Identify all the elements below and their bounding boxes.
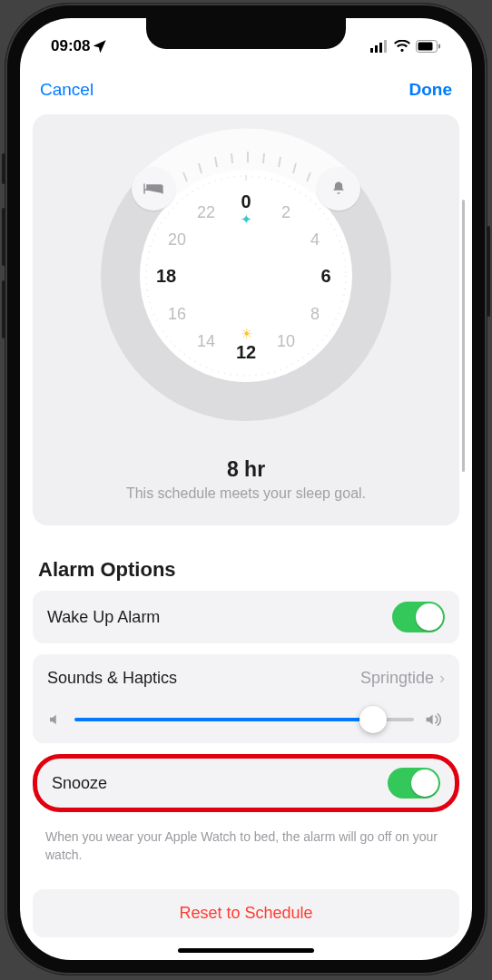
wake-handle[interactable] — [317, 167, 360, 211]
reset-label: Reset to Schedule — [179, 904, 312, 922]
hour-10: 10 — [277, 332, 295, 351]
reset-button[interactable]: Reset to Schedule — [33, 889, 459, 937]
sounds-group: Sounds & Haptics Springtide › — [33, 654, 459, 743]
home-indicator[interactable] — [178, 948, 314, 953]
screen: 09:08 — [20, 18, 472, 960]
status-left: 09:08 — [51, 37, 106, 55]
battery-icon — [416, 40, 441, 53]
wake-up-toggle[interactable] — [392, 602, 445, 632]
volume-down-button — [2, 280, 5, 338]
status-right — [370, 40, 441, 53]
wake-up-group: Wake Up Alarm — [33, 591, 459, 643]
sun-icon: ☀︎ — [241, 326, 252, 342]
hour-12: 12 — [236, 342, 256, 363]
alarm-options-header: Alarm Options — [38, 558, 454, 582]
stars-icon: ✦ — [241, 211, 252, 228]
svg-rect-1 — [375, 45, 378, 53]
sounds-value: Springtide — [360, 669, 434, 688]
volume-high-icon — [425, 710, 445, 729]
ringer-switch — [2, 153, 5, 184]
phone-frame: 09:08 — [5, 4, 487, 975]
snooze-row: Snooze — [37, 759, 455, 808]
hour-6: 6 — [320, 266, 330, 287]
scroll-indicator[interactable] — [462, 200, 465, 472]
content-scroll[interactable]: 0 2 4 6 8 10 12 14 16 18 20 22 ✦ ☀︎ — [20, 114, 472, 947]
hour-14: 14 — [197, 332, 215, 351]
wake-up-row: Wake Up Alarm — [33, 591, 459, 643]
svg-rect-6 — [438, 44, 440, 49]
hour-20: 20 — [168, 230, 186, 250]
snooze-group-highlight: Snooze — [33, 754, 459, 812]
cancel-button[interactable]: Cancel — [40, 80, 93, 100]
side-button — [487, 226, 490, 317]
svg-rect-5 — [418, 43, 433, 51]
hour-8: 8 — [310, 305, 320, 324]
volume-slider-row — [33, 701, 459, 743]
sounds-row[interactable]: Sounds & Haptics Springtide › — [33, 654, 459, 701]
location-icon — [93, 40, 106, 53]
nav-bar: Cancel Done — [20, 65, 472, 114]
snooze-label: Snooze — [52, 774, 388, 793]
bed-icon — [143, 181, 163, 196]
volume-slider[interactable] — [74, 718, 414, 721]
done-button[interactable]: Done — [409, 80, 453, 100]
spacer — [33, 937, 459, 947]
svg-rect-2 — [379, 43, 382, 53]
wake-up-label: Wake Up Alarm — [47, 608, 392, 627]
chevron-right-icon: › — [439, 669, 445, 688]
footer-note: When you wear your Apple Watch to bed, t… — [33, 823, 459, 864]
volume-thumb[interactable] — [359, 706, 387, 733]
hour-0: 0 — [241, 191, 251, 212]
svg-rect-0 — [370, 48, 373, 53]
volume-low-icon — [47, 711, 64, 728]
hour-16: 16 — [168, 305, 186, 324]
sleep-dial-card: 0 2 4 6 8 10 12 14 16 18 20 22 ✦ ☀︎ — [33, 114, 459, 525]
bedtime-handle[interactable] — [132, 167, 175, 211]
cellular-icon — [370, 40, 389, 53]
sounds-label: Sounds & Haptics — [47, 669, 360, 688]
sleep-duration: 8 hr — [49, 457, 443, 482]
sleep-goal-note: This schedule meets your sleep goal. — [49, 485, 443, 502]
hour-2: 2 — [281, 203, 290, 222]
volume-up-button — [2, 208, 5, 266]
sleep-dial[interactable]: 0 2 4 6 8 10 12 14 16 18 20 22 ✦ ☀︎ — [74, 131, 418, 421]
hour-18: 18 — [156, 266, 176, 287]
notch — [146, 18, 346, 49]
svg-rect-3 — [384, 40, 387, 53]
hour-22: 22 — [197, 203, 215, 222]
bell-icon — [330, 180, 348, 198]
hour-4: 4 — [310, 230, 320, 250]
wifi-icon — [394, 40, 410, 53]
snooze-toggle[interactable] — [388, 768, 440, 799]
status-time: 09:08 — [51, 37, 90, 55]
